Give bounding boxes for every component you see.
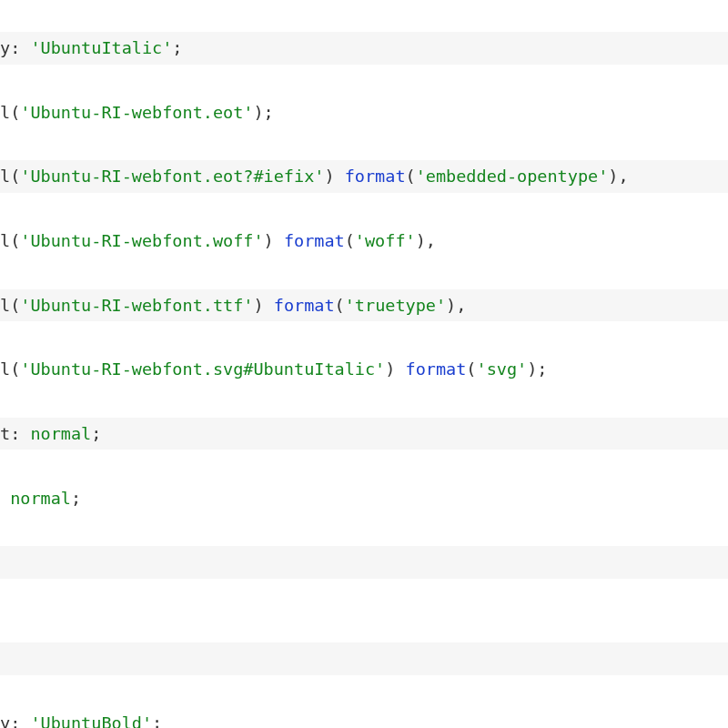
punct-semi: ; bbox=[264, 103, 274, 122]
format-keyword: format bbox=[274, 296, 335, 315]
punct-close: ) bbox=[253, 296, 263, 315]
string-literal: 'Ubuntu-RI-webfont.eot?#iefix' bbox=[20, 167, 324, 186]
line-fragment: t: bbox=[0, 424, 30, 443]
code-line: l('Ubuntu-RI-webfont.svg#UbuntuItalic') … bbox=[0, 353, 728, 386]
line-fragment: l( bbox=[0, 231, 20, 250]
punct-close: ) bbox=[608, 167, 618, 186]
format-keyword: format bbox=[406, 359, 467, 379]
punct-close: ) bbox=[264, 231, 274, 250]
punct-comma: , bbox=[426, 231, 436, 250]
punct-close: ) bbox=[324, 167, 334, 186]
punct-close: ) bbox=[527, 359, 537, 379]
code-line: l('Ubuntu-RI-webfont.eot'); bbox=[0, 96, 728, 129]
punct-open: ( bbox=[345, 231, 355, 250]
punct-semi: ; bbox=[91, 424, 101, 443]
punct-semi: ; bbox=[71, 489, 81, 508]
string-literal: 'UbuntuBold' bbox=[30, 713, 152, 728]
line-fragment bbox=[0, 489, 10, 508]
line-fragment: l( bbox=[0, 167, 20, 186]
code-line: t: normal; bbox=[0, 418, 728, 450]
string-literal: 'Ubuntu-RI-webfont.eot' bbox=[20, 103, 253, 122]
punct-close: ) bbox=[253, 103, 263, 122]
code-line-blank bbox=[0, 546, 728, 579]
punct-semi: ; bbox=[172, 38, 182, 57]
punct-open: ( bbox=[466, 359, 476, 379]
string-literal: 'Ubuntu-RI-webfont.ttf' bbox=[20, 296, 253, 315]
punct-semi: ; bbox=[152, 713, 162, 728]
punct-close: ) bbox=[416, 231, 426, 250]
string-literal: 'UbuntuItalic' bbox=[30, 38, 172, 57]
string-literal: 'Ubuntu-RI-webfont.svg#UbuntuItalic' bbox=[20, 359, 385, 379]
punct-close: ) bbox=[446, 296, 456, 315]
line-fragment: y: bbox=[0, 713, 30, 728]
code-line: y: 'UbuntuItalic'; bbox=[0, 32, 728, 65]
punct-open: ( bbox=[335, 296, 345, 315]
punct-open: ( bbox=[406, 167, 416, 186]
punct-close: ) bbox=[385, 359, 395, 379]
line-fragment: y: bbox=[0, 38, 30, 57]
line-fragment: l( bbox=[0, 296, 20, 315]
format-keyword: format bbox=[345, 167, 406, 186]
css-value: normal bbox=[30, 424, 91, 443]
punct-semi: ; bbox=[537, 359, 547, 379]
code-line-blank bbox=[0, 642, 728, 675]
separator-blank bbox=[0, 617, 10, 636]
punct-comma: , bbox=[618, 167, 628, 186]
string-literal: 'Ubuntu-RI-webfont.woff' bbox=[20, 231, 263, 250]
code-line: y: 'UbuntuBold'; bbox=[0, 707, 728, 728]
css-code-viewer: y: 'UbuntuItalic'; l('Ubuntu-RI-webfont.… bbox=[0, 0, 728, 728]
string-literal: 'truetype' bbox=[345, 296, 446, 315]
string-literal: 'woff' bbox=[355, 231, 416, 250]
code-line: l('Ubuntu-RI-webfont.woff') format('woff… bbox=[0, 225, 728, 258]
line-fragment: l( bbox=[0, 103, 20, 122]
format-keyword: format bbox=[284, 231, 345, 250]
string-literal: 'embedded-opentype' bbox=[416, 167, 609, 186]
punct-comma: , bbox=[456, 296, 466, 315]
line-fragment: l( bbox=[0, 359, 20, 379]
code-line: l('Ubuntu-RI-webfont.eot?#iefix') format… bbox=[0, 160, 728, 193]
string-literal: 'svg' bbox=[477, 359, 528, 379]
css-value: normal bbox=[10, 489, 71, 508]
code-line: normal; bbox=[0, 482, 728, 515]
code-line: l('Ubuntu-RI-webfont.ttf') format('truet… bbox=[0, 289, 728, 322]
